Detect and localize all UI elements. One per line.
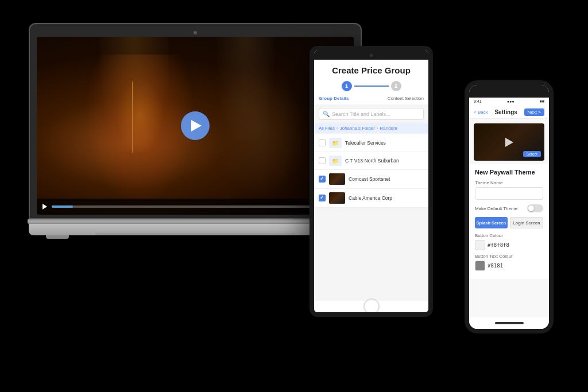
screen-type-row: Splash Screen Login Screen — [475, 217, 543, 228]
phone-play-icon — [505, 138, 513, 147]
table-row[interactable]: Cable America Corp — [314, 189, 428, 208]
video-thumb-4 — [329, 192, 345, 204]
file-name-2: C T V13-North Suburban — [345, 158, 424, 164]
stage-light-2 — [217, 37, 274, 140]
video-content: 0:06 🔊 ⛶ — [37, 37, 354, 215]
laptop-camera — [194, 31, 197, 34]
table-row[interactable]: 📁 C T V13-North Suburban — [314, 152, 428, 170]
button-colour-label: Button Colour — [475, 233, 543, 238]
phone-video-thumbnail[interactable]: Select — [474, 123, 544, 161]
breadcrumb-folder[interactable]: Johanna's Folder — [340, 126, 375, 131]
video-thumb-3 — [329, 173, 345, 185]
phone-device: 9:41 ●●● ■■ < Back Settings Next > Selec… — [465, 80, 554, 333]
tablet-home-button[interactable] — [363, 298, 380, 315]
ctrl-play-icon — [42, 204, 47, 209]
phone-header: < Back Settings Next > — [469, 105, 549, 119]
tablet-camera-bar — [314, 51, 428, 60]
text-colour-swatch[interactable] — [475, 261, 485, 271]
default-theme-label: Make Default Theme — [475, 206, 517, 211]
laptop-foot-left — [46, 235, 69, 239]
file-name-4: Cable America Corp — [349, 195, 424, 201]
ctrl-play-button[interactable] — [41, 203, 48, 210]
splash-screen-button[interactable]: Splash Screen — [475, 217, 508, 228]
back-button[interactable]: < Back — [474, 110, 488, 115]
step-bar: 1 2 — [314, 79, 428, 96]
toggle-knob — [528, 205, 534, 211]
button-colour-row: #f8f8f8 — [475, 240, 543, 250]
tablet-home-area — [314, 301, 428, 312]
button-colour-swatch[interactable] — [475, 240, 485, 250]
search-placeholder: Search Title and Labels... — [332, 111, 390, 117]
progress-filled — [52, 205, 73, 208]
step-1-circle: 1 — [342, 81, 352, 91]
file-checkbox-3[interactable] — [319, 176, 326, 183]
tablet-page-title: Create Price Group — [314, 60, 428, 79]
button-colour-value: #f8f8f8 — [488, 242, 509, 248]
phone-battery: ■■ — [540, 99, 544, 103]
laptop-screen: 0:06 🔊 ⛶ — [37, 37, 354, 215]
breadcrumb-bar: All Files › Johanna's Folder › Random — [314, 123, 428, 133]
file-checkbox-1[interactable] — [319, 139, 326, 146]
phone-screen-title: Settings — [494, 109, 517, 115]
file-name-1: Telecaller Services — [345, 140, 424, 146]
search-icon: 🔍 — [323, 111, 330, 117]
play-button[interactable] — [181, 111, 210, 140]
video-controls-bar: 0:06 🔊 ⛶ — [37, 199, 354, 215]
breadcrumb-all-files[interactable]: All Files — [319, 126, 335, 131]
table-row[interactable]: 📁 Telecaller Services — [314, 134, 428, 152]
play-icon — [191, 120, 202, 131]
file-checkbox-2[interactable] — [319, 157, 326, 164]
theme-name-input[interactable] — [475, 187, 543, 200]
login-screen-button[interactable]: Login Screen — [510, 217, 544, 228]
folder-icon-2: 📁 — [329, 156, 342, 166]
breadcrumb-random[interactable]: Random — [380, 126, 397, 131]
home-bar — [495, 322, 524, 324]
step-2-circle: 2 — [391, 81, 401, 91]
step-1-label: Group Details — [319, 96, 349, 101]
file-checkbox-4[interactable] — [319, 195, 326, 201]
file-list: 📁 Telecaller Services 📁 C T V13-North Su… — [314, 134, 428, 208]
phone-time: 9:41 — [474, 99, 482, 103]
text-colour-row: #8181 — [475, 261, 543, 271]
step-line — [354, 86, 389, 87]
paywall-theme-section: New Paywall Theme Theme Name Make Defaul… — [469, 164, 549, 279]
phone-notch-inner — [492, 85, 527, 95]
step-labels: Group Details Content Selection — [314, 96, 428, 104]
tablet-device: Create Price Group 1 2 Group Details Con… — [310, 46, 433, 317]
default-theme-toggle-row: Make Default Theme — [475, 204, 543, 212]
tablet-camera — [370, 54, 373, 57]
table-row[interactable]: Comcast Sportsnet — [314, 170, 428, 189]
next-button[interactable]: Next > — [524, 108, 544, 116]
breadcrumb-sep-1: › — [336, 126, 338, 131]
tablet-screen: Create Price Group 1 2 Group Details Con… — [314, 60, 428, 301]
stage-light-1 — [100, 37, 169, 152]
file-name-3: Comcast Sportsnet — [349, 176, 424, 182]
phone-home-indicator — [469, 317, 549, 329]
text-colour-value: #8181 — [488, 263, 503, 269]
progress-bar[interactable] — [52, 205, 317, 208]
phone-signal: ●●● — [507, 99, 514, 103]
folder-icon-1: 📁 — [329, 138, 342, 148]
breadcrumb-sep-2: › — [377, 126, 378, 131]
phone-notch — [469, 85, 549, 98]
text-colour-label: Button Text Colour — [475, 254, 543, 259]
theme-name-label: Theme Name — [475, 180, 543, 185]
main-scene: 0:06 🔊 ⛶ Create Price Group 1 — [0, 0, 588, 392]
default-theme-toggle[interactable] — [527, 204, 543, 212]
paywall-section-title: New Paywall Theme — [475, 169, 543, 176]
phone-select-button[interactable]: Select — [523, 151, 541, 157]
search-bar[interactable]: 🔍 Search Title and Labels... — [319, 108, 424, 120]
phone-screen: < Back Settings Next > Select New Paywal… — [469, 105, 549, 317]
step-2-label: Content Selection — [388, 96, 424, 101]
phone-status-bar: 9:41 ●●● ■■ — [469, 98, 549, 105]
